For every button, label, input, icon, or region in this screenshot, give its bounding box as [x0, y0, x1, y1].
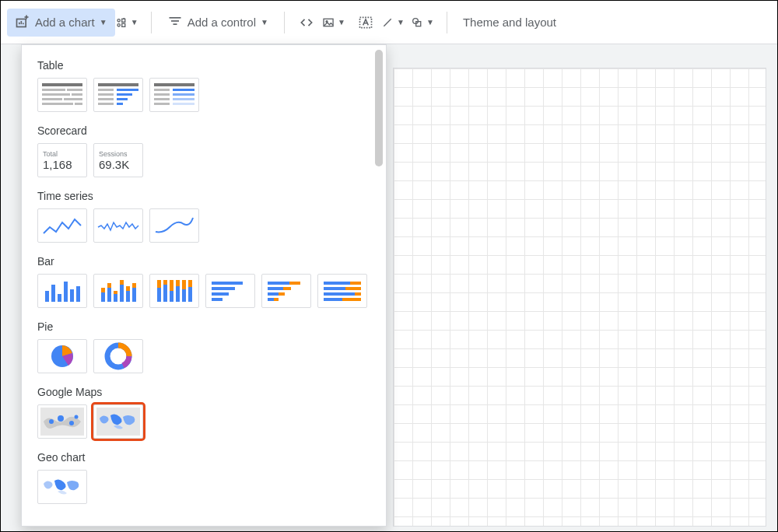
svg-rect-86 [268, 292, 279, 296]
svg-rect-81 [212, 298, 223, 301]
svg-rect-41 [173, 89, 194, 91]
chart-time-series[interactable] [37, 208, 87, 243]
svg-rect-21 [42, 83, 82, 86]
chart-bar[interactable] [205, 274, 255, 308]
svg-rect-27 [64, 98, 82, 100]
svg-rect-48 [45, 291, 49, 302]
section-title-google-maps: Google Maps [37, 386, 370, 398]
svg-rect-55 [101, 288, 105, 292]
svg-rect-79 [212, 287, 235, 290]
chart-table-bars[interactable] [93, 78, 143, 112]
chevron-down-icon: ▼ [338, 18, 345, 26]
section-title-time-series: Time series [37, 190, 370, 202]
chart-100-stacked-bar[interactable] [317, 274, 367, 308]
line-button[interactable]: ▼ [381, 9, 409, 37]
svg-point-102 [58, 415, 64, 422]
toolbar-divider [151, 12, 152, 33]
community-visualizations-button[interactable]: ▼ [115, 9, 143, 37]
add-chart-label: Add a chart [35, 16, 95, 29]
svg-rect-38 [117, 103, 123, 105]
svg-rect-40 [154, 89, 170, 91]
add-control-button[interactable]: Add a control ▼ [159, 9, 276, 37]
svg-rect-64 [132, 288, 136, 302]
svg-rect-58 [114, 294, 117, 302]
section-pie: Pie [37, 320, 370, 373]
chart-column[interactable] [37, 274, 87, 308]
svg-point-103 [69, 421, 74, 425]
theme-layout-label: Theme and layout [463, 16, 556, 29]
svg-rect-24 [42, 93, 70, 96]
svg-rect-94 [324, 292, 355, 296]
add-control-label: Add a control [187, 16, 256, 29]
svg-rect-26 [42, 98, 62, 100]
insert-tools: ▼ ▼ ▼ [293, 9, 439, 37]
svg-rect-37 [98, 103, 114, 105]
chevron-down-icon: ▼ [131, 18, 138, 26]
text-button[interactable] [352, 9, 380, 37]
section-time-series: Time series [37, 190, 370, 243]
chart-donut[interactable] [93, 339, 143, 373]
toolbar-divider [284, 12, 285, 33]
chart-100-stacked-column[interactable] [149, 274, 199, 308]
add-chart-button[interactable]: Add a chart ▼ [7, 9, 115, 37]
section-bar: Bar [37, 255, 370, 308]
section-title-bar: Bar [37, 255, 370, 268]
theme-layout-button[interactable]: Theme and layout [455, 9, 564, 37]
scrollbar-thumb[interactable] [375, 50, 383, 166]
svg-rect-80 [212, 292, 229, 296]
chart-stacked-bar[interactable] [261, 274, 311, 308]
chart-geo[interactable] [37, 470, 87, 504]
svg-rect-97 [342, 298, 361, 301]
image-button[interactable]: ▼ [322, 9, 350, 37]
svg-rect-33 [98, 93, 114, 96]
svg-rect-63 [126, 286, 130, 291]
svg-rect-59 [114, 291, 117, 294]
svg-rect-65 [132, 283, 136, 288]
chart-table[interactable] [37, 78, 87, 112]
svg-point-6 [117, 19, 120, 21]
svg-rect-90 [324, 282, 350, 285]
svg-point-8 [117, 23, 120, 26]
chart-pie[interactable] [37, 339, 87, 373]
svg-rect-57 [107, 283, 111, 288]
section-title-table: Table [37, 59, 370, 72]
add-chart-icon [15, 13, 30, 31]
chart-scorecard[interactable]: Total 1,168 [37, 143, 87, 177]
chart-stacked-column[interactable] [93, 274, 143, 308]
chart-scorecard-compact[interactable]: Sessions 69.3K [93, 143, 143, 177]
svg-rect-70 [170, 280, 173, 291]
svg-rect-52 [70, 289, 74, 302]
url-embed-button[interactable] [293, 9, 321, 37]
svg-rect-13 [171, 20, 179, 22]
chart-google-maps-filled[interactable] [93, 404, 143, 439]
svg-rect-61 [120, 280, 124, 285]
svg-rect-31 [98, 89, 114, 91]
section-title-scorecard: Scorecard [37, 124, 370, 137]
svg-rect-54 [101, 292, 105, 302]
shape-button[interactable]: ▼ [411, 9, 439, 37]
report-canvas[interactable] [393, 68, 766, 527]
svg-rect-77 [188, 287, 192, 302]
svg-rect-62 [126, 291, 130, 302]
chart-table-heatmap[interactable] [149, 78, 199, 112]
svg-rect-29 [75, 103, 82, 105]
chart-smoothed-time-series[interactable] [149, 208, 199, 243]
svg-rect-83 [289, 282, 300, 285]
svg-rect-69 [163, 285, 167, 302]
svg-rect-84 [268, 287, 283, 290]
svg-rect-36 [117, 98, 128, 100]
scorecard-label: Total [43, 150, 58, 158]
svg-rect-96 [324, 298, 342, 301]
svg-rect-89 [274, 298, 279, 301]
svg-rect-71 [170, 291, 173, 302]
toolbar: Add a chart ▼ ▼ Add a control ▼ [1, 1, 777, 44]
chart-sparkline[interactable] [93, 208, 143, 243]
svg-rect-30 [98, 83, 138, 86]
chart-google-maps-bubble[interactable] [37, 404, 87, 439]
svg-rect-39 [154, 83, 194, 86]
svg-rect-75 [182, 289, 186, 302]
svg-rect-46 [154, 103, 170, 105]
svg-rect-76 [188, 280, 192, 287]
section-scorecard: Scorecard Total 1,168 Sessions 69.3K [37, 124, 370, 177]
svg-rect-92 [324, 287, 345, 290]
